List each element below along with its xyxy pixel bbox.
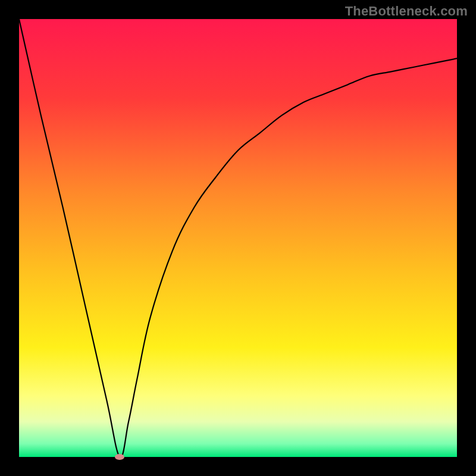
bottleneck-curve — [19, 19, 457, 457]
plot-area — [19, 19, 457, 457]
minimum-marker — [115, 454, 124, 460]
watermark-text: TheBottleneck.com — [345, 4, 468, 19]
